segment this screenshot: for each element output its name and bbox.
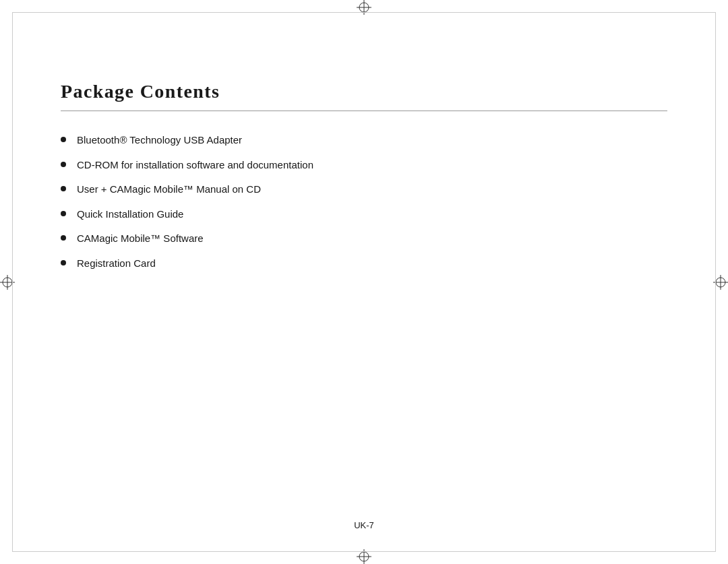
- page-footer: UK-7: [354, 520, 374, 530]
- crosshair-right-center: [713, 275, 728, 290]
- list-item-text: Bluetooth® Technology USB Adapter: [77, 133, 242, 148]
- list-item: Bluetooth® Technology USB Adapter: [61, 133, 667, 148]
- crosshair-left-center: [0, 275, 15, 290]
- crosshair-bottom-center: [357, 549, 371, 564]
- main-content: Package Contents Bluetooth® Technology U…: [61, 81, 667, 280]
- list-item: CAMagic Mobile™ Software: [61, 231, 667, 247]
- list-item-text: CD-ROM for installation software and doc…: [77, 158, 313, 173]
- bullet-icon: [61, 260, 66, 265]
- page-title: Package Contents: [61, 81, 667, 102]
- items-list: Bluetooth® Technology USB AdapterCD-ROM …: [61, 133, 667, 271]
- bullet-icon: [61, 211, 66, 216]
- list-item: Registration Card: [61, 256, 667, 272]
- list-item-text: User + CAMagic Mobile™ Manual on CD: [77, 182, 261, 197]
- bullet-icon: [61, 235, 66, 241]
- list-item-text: Quick Installation Guide: [77, 207, 183, 222]
- title-divider: [61, 111, 667, 111]
- list-item: User + CAMagic Mobile™ Manual on CD: [61, 182, 667, 197]
- list-item: Quick Installation Guide: [61, 207, 667, 222]
- list-item-text: CAMagic Mobile™ Software: [77, 231, 204, 247]
- list-item: CD-ROM for installation software and doc…: [61, 158, 667, 173]
- bullet-icon: [61, 186, 66, 191]
- bullet-icon: [61, 162, 66, 167]
- crosshair-top-center: [357, 0, 371, 15]
- list-item-text: Registration Card: [77, 256, 156, 272]
- bullet-icon: [61, 137, 66, 142]
